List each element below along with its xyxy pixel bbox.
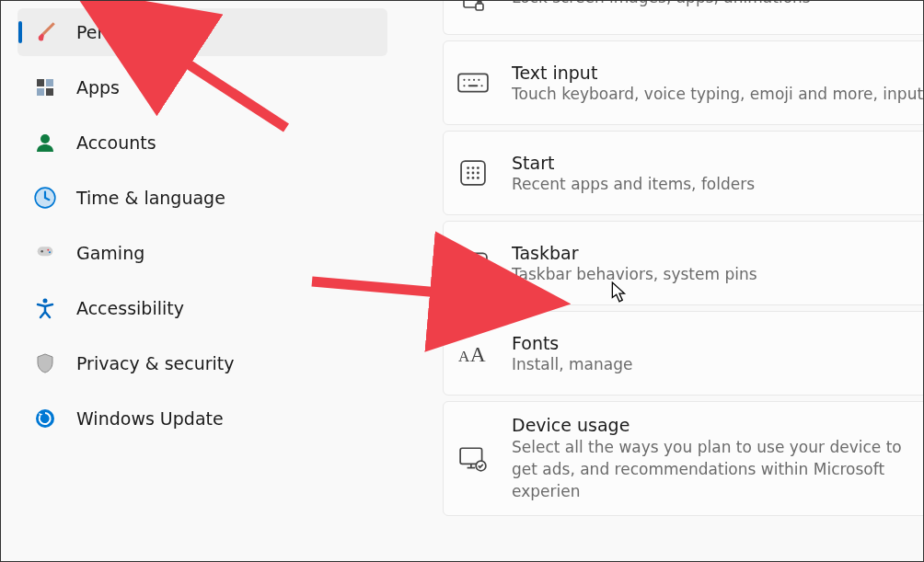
sidebar-item-label: Accessibility bbox=[76, 298, 184, 318]
card-title: Taskbar bbox=[512, 243, 757, 263]
gaming-icon bbox=[32, 240, 58, 266]
shield-icon bbox=[32, 350, 58, 376]
sidebar-item-accessibility[interactable]: Accessibility bbox=[17, 284, 387, 332]
sidebar-item-apps[interactable]: Apps bbox=[17, 63, 387, 111]
sidebar-item-label: Gaming bbox=[76, 243, 144, 263]
svg-point-19 bbox=[463, 85, 465, 86]
lock-screen-icon bbox=[456, 1, 490, 21]
sidebar-item-label: Personalization bbox=[76, 22, 209, 42]
keyboard-icon bbox=[456, 66, 490, 99]
svg-rect-6 bbox=[38, 247, 53, 256]
svg-rect-2 bbox=[37, 88, 44, 96]
svg-point-8 bbox=[47, 249, 49, 251]
card-text-input[interactable]: Text input Touch keyboard, voice typing,… bbox=[443, 40, 923, 125]
sidebar-item-gaming[interactable]: Gaming bbox=[17, 229, 387, 277]
taskbar-icon bbox=[456, 247, 490, 280]
card-sub: Taskbar behaviors, system pins bbox=[512, 265, 757, 283]
card-title: Fonts bbox=[512, 333, 632, 353]
svg-point-17 bbox=[473, 79, 475, 81]
sidebar-nav: Personalization Apps Accounts Time & lan… bbox=[1, 1, 404, 561]
sidebar-item-time-language[interactable]: Time & language bbox=[17, 174, 387, 222]
svg-rect-20 bbox=[468, 85, 479, 86]
card-sub: Select all the ways you plan to use your… bbox=[512, 437, 923, 502]
update-icon bbox=[32, 406, 58, 431]
card-start[interactable]: Start Recent apps and items, folders bbox=[443, 131, 923, 215]
sidebar-item-label: Time & language bbox=[76, 188, 225, 208]
sidebar-item-windows-update[interactable]: Windows Update bbox=[17, 395, 387, 442]
svg-point-25 bbox=[477, 166, 479, 169]
svg-point-30 bbox=[472, 177, 475, 179]
account-icon bbox=[32, 130, 58, 155]
svg-rect-3 bbox=[46, 88, 53, 96]
svg-point-4 bbox=[40, 134, 50, 143]
card-fonts[interactable]: AA Fonts Install, manage bbox=[443, 311, 923, 396]
accessibility-icon bbox=[32, 295, 58, 321]
card-device-usage[interactable]: Device usage Select all the ways you pla… bbox=[443, 401, 923, 516]
card-title: Text input bbox=[512, 63, 923, 83]
sidebar-item-accounts[interactable]: Accounts bbox=[17, 119, 387, 166]
card-sub: Lock screen images, apps, animations bbox=[512, 1, 811, 6]
card-sub: Install, manage bbox=[512, 355, 632, 373]
svg-point-28 bbox=[477, 172, 479, 175]
svg-point-26 bbox=[467, 172, 469, 175]
svg-point-29 bbox=[467, 177, 469, 179]
svg-rect-1 bbox=[46, 79, 53, 86]
svg-point-10 bbox=[43, 299, 48, 304]
card-taskbar[interactable]: Taskbar Taskbar behaviors, system pins bbox=[443, 221, 923, 305]
device-usage-icon bbox=[456, 442, 490, 476]
svg-point-18 bbox=[478, 79, 479, 81]
sidebar-item-label: Windows Update bbox=[76, 408, 224, 429]
card-title: Start bbox=[512, 153, 755, 173]
svg-point-7 bbox=[40, 250, 43, 253]
sidebar-item-label: Apps bbox=[76, 77, 120, 97]
svg-point-31 bbox=[477, 177, 479, 179]
svg-point-15 bbox=[463, 79, 465, 81]
main-content: Lock screen images, apps, animations Tex… bbox=[404, 1, 923, 561]
card-sub: Recent apps and items, folders bbox=[512, 175, 755, 193]
svg-point-16 bbox=[468, 79, 470, 81]
svg-rect-14 bbox=[458, 74, 488, 91]
time-language-icon bbox=[32, 185, 58, 211]
apps-icon bbox=[32, 75, 58, 100]
sidebar-item-privacy-security[interactable]: Privacy & security bbox=[17, 339, 387, 387]
sidebar-item-label: Privacy & security bbox=[76, 353, 235, 373]
svg-rect-0 bbox=[37, 79, 44, 86]
card-lock-screen[interactable]: Lock screen images, apps, animations bbox=[443, 1, 923, 35]
card-sub: Touch keyboard, voice typing, emoji and … bbox=[512, 85, 923, 103]
svg-point-21 bbox=[481, 85, 483, 86]
fonts-icon: AA bbox=[456, 337, 490, 370]
svg-point-27 bbox=[472, 172, 475, 175]
svg-text:A: A bbox=[458, 348, 470, 365]
card-title: Device usage bbox=[512, 415, 923, 435]
svg-point-24 bbox=[472, 166, 475, 169]
start-icon bbox=[456, 156, 490, 189]
svg-rect-32 bbox=[459, 253, 487, 272]
svg-rect-13 bbox=[476, 4, 483, 10]
sidebar-item-personalization[interactable]: Personalization bbox=[17, 8, 387, 56]
sidebar-item-label: Accounts bbox=[76, 132, 156, 153]
svg-point-9 bbox=[49, 251, 51, 253]
brush-icon bbox=[32, 19, 58, 45]
svg-point-23 bbox=[467, 166, 469, 169]
svg-text:A: A bbox=[470, 342, 486, 365]
